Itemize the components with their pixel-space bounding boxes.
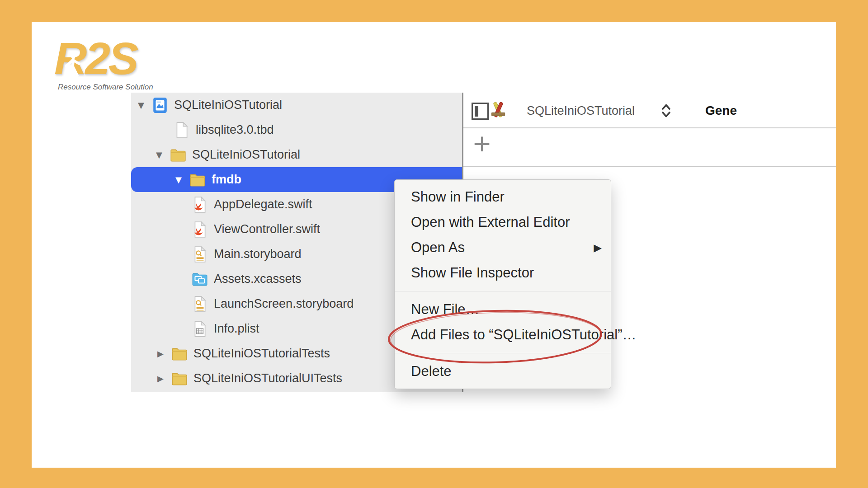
storyboard-icon [191,296,208,313]
plist-icon [191,320,208,338]
menu-item[interactable]: New File… [395,297,611,322]
menu-item[interactable]: Delete [395,359,611,384]
tree-row[interactable]: ▼SQLiteIniOSTutorial [131,93,462,117]
app-target-icon [489,101,508,120]
related-items-icon [475,106,478,117]
document-icon [173,122,190,139]
menu-separator [395,353,611,353]
tree-item-label: SQLiteIniOSTutorialUITests [193,371,342,385]
tab-general[interactable]: Gene [705,103,737,118]
add-item-button[interactable]: + [468,130,495,157]
tree-row[interactable]: ▼SQLiteIniOSTutorial [131,142,462,167]
storyboard-icon [191,246,208,263]
menu-item[interactable]: Open with External Editor [395,210,611,235]
menu-item[interactable]: Show File Inspector [395,260,611,286]
jumpbar-divider [463,127,836,128]
tree-item-label: SQLiteIniOSTutorial [174,98,282,112]
swift-file-icon [191,221,208,238]
disclosure-triangle[interactable]: ▶ [157,349,171,358]
outer-frame: { "window": { "frame_color": "#F1B557", … [0,0,868,488]
tree-item-label: Info.plist [214,322,259,336]
disclosure-triangle[interactable]: ▼ [175,175,189,184]
logo-tagline: Resource Software Solution [58,83,153,92]
disclosure-triangle[interactable]: ▼ [138,100,151,110]
toolbar-divider [463,166,836,167]
swift-file-icon [191,196,208,213]
menu-item[interactable]: Open As▶ [395,235,611,260]
menu-item[interactable]: Show in Finder [395,184,611,210]
submenu-arrow-icon: ▶ [594,235,602,260]
tree-item-label: Assets.xcassets [214,272,302,286]
folder-icon [170,146,187,164]
tree-item-label: libsqlite3.0.tbd [196,123,274,137]
tree-item-label: AppDelegate.swift [214,197,312,211]
jumpbar-target-selector[interactable]: SQLiteIniOSTutorial [527,103,635,119]
folder-icon [189,171,206,188]
chevron-up-down-icon[interactable] [660,103,672,119]
disclosure-triangle[interactable]: ▶ [157,374,171,383]
folder-icon [171,370,188,387]
folder-icon [171,345,188,362]
tree-item-label: SQLiteIniOSTutorial [192,148,300,162]
tree-item-label: fmdb [212,173,241,187]
xcode-project-icon [151,97,169,114]
tree-item-label: LaunchScreen.storyboard [214,297,354,311]
asset-catalog-icon [191,271,208,288]
disclosure-triangle[interactable]: ▼ [156,150,170,160]
context-menu: Show in FinderOpen with External EditorO… [394,179,611,389]
tree-row[interactable]: libsqlite3.0.tbd [131,117,462,142]
menu-separator [395,291,611,291]
menu-item[interactable]: Add Files to “SQLiteIniOSTutorial”… [395,322,611,347]
tree-item-label: SQLiteIniOSTutorialTests [193,347,330,361]
content-area: R2S Resource Software Solution ▼SQLiteIn… [32,22,836,468]
logo-person-icon [64,52,82,79]
related-items-button[interactable] [472,103,489,120]
tree-item-label: Main.storyboard [214,247,302,261]
tree-item-label: ViewController.swift [214,222,320,236]
